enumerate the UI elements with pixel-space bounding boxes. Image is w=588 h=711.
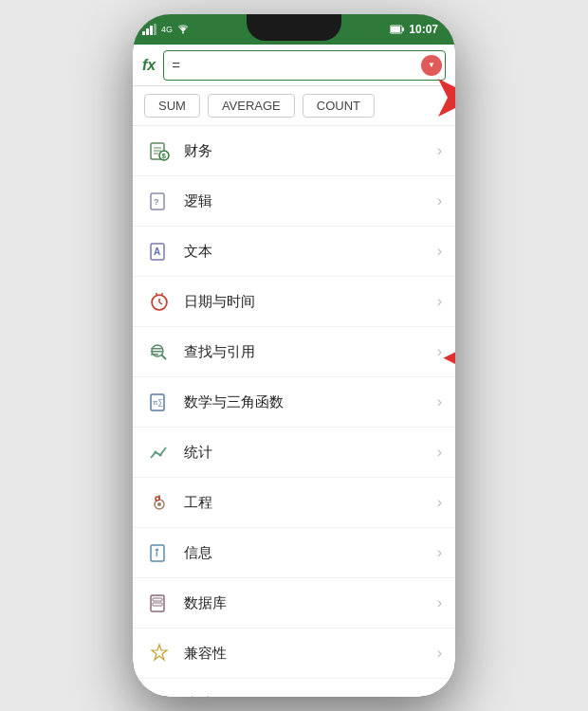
func-average-button[interactable]: AVERAGE: [208, 94, 295, 118]
svg-rect-0: [142, 31, 145, 35]
engineering-label: 工程: [184, 494, 426, 512]
category-item-stats[interactable]: 统计 ›: [133, 428, 455, 478]
engineering-icon: [146, 489, 173, 516]
battery-icon: [390, 24, 405, 35]
svg-point-32: [159, 454, 162, 457]
datetime-chevron: ›: [437, 293, 442, 310]
finance-icon: $: [146, 137, 173, 164]
stats2-label: 统计: [184, 695, 426, 698]
svg-rect-1: [146, 28, 149, 35]
database-icon: [146, 590, 173, 616]
text-icon: A: [146, 238, 173, 264]
svg-marker-43: [152, 645, 167, 660]
database-chevron: ›: [437, 594, 442, 611]
compat-icon: [146, 640, 173, 666]
svg-point-4: [182, 32, 184, 34]
datetime-icon: [146, 288, 173, 315]
category-item-math[interactable]: π∑ 数学与三角函数 ›: [133, 377, 455, 428]
stats-icon: [146, 439, 173, 465]
logic-chevron: ›: [437, 192, 442, 210]
quick-functions-bar: SUM AVERAGE COUNT: [133, 86, 455, 126]
math-chevron: ›: [437, 393, 442, 410]
svg-point-39: [156, 549, 158, 552]
svg-text:π∑: π∑: [153, 398, 164, 407]
stats-label: 统计: [184, 444, 426, 462]
text-label: 文本: [184, 243, 426, 261]
category-item-logic[interactable]: ? 逻辑 ›: [133, 176, 455, 227]
text-chevron: ›: [437, 243, 442, 260]
time-display: 10:07: [409, 23, 438, 36]
finance-label: 财务: [184, 142, 426, 160]
lookup-label: 查找与引用: [184, 343, 426, 361]
category-list: $ 财务 › ? 逻辑 ›: [133, 126, 455, 697]
category-item-info[interactable]: i 信息 ›: [133, 528, 455, 578]
wifi-icon: [176, 25, 190, 34]
svg-text:A: A: [154, 246, 160, 257]
category-item-text[interactable]: A 文本 ›: [133, 227, 455, 277]
svg-rect-2: [150, 26, 153, 35]
category-item-compat[interactable]: 兼容性 ›: [133, 629, 455, 679]
network-label: 4G: [161, 25, 173, 34]
phone-frame: 4G 10:07 fx: [133, 14, 455, 697]
math-icon: π∑: [146, 389, 173, 415]
category-item-engineering[interactable]: 工程 ›: [133, 478, 455, 528]
category-item-lookup[interactable]: 查找与引用 ›: [133, 327, 455, 377]
fx-label: fx: [142, 57, 156, 74]
category-item-stats2[interactable]: 统计 ›: [133, 679, 455, 697]
phone-notch: [247, 14, 341, 41]
finance-chevron: ›: [437, 142, 442, 159]
database-label: 数据库: [184, 594, 426, 612]
formula-input[interactable]: [163, 50, 446, 81]
category-item-finance[interactable]: $ 财务 ›: [133, 126, 455, 176]
func-count-button[interactable]: COUNT: [303, 94, 375, 118]
stats2-icon: [146, 690, 173, 697]
svg-point-36: [156, 497, 159, 501]
svg-text:?: ?: [154, 197, 159, 207]
status-right: 10:07: [390, 23, 438, 36]
info-icon: i: [146, 539, 173, 566]
svg-point-31: [155, 451, 157, 454]
svg-rect-26: [151, 348, 162, 350]
category-item-datetime[interactable]: 日期与时间 ›: [133, 277, 455, 327]
stats2-chevron: ›: [437, 695, 442, 697]
svg-rect-7: [402, 27, 404, 31]
math-label: 数学与三角函数: [184, 393, 426, 411]
formula-dropdown-button[interactable]: [421, 55, 442, 76]
svg-point-34: [157, 502, 161, 506]
category-item-database[interactable]: 数据库 ›: [133, 578, 455, 629]
stats-chevron: ›: [437, 444, 442, 461]
datetime-label: 日期与时间: [184, 293, 426, 311]
compat-chevron: ›: [437, 645, 442, 662]
info-chevron: ›: [437, 544, 442, 561]
formula-input-wrapper: [163, 50, 446, 81]
logic-label: 逻辑: [184, 192, 426, 210]
engineering-chevron: ›: [437, 494, 442, 511]
svg-rect-27: [151, 351, 162, 353]
info-label: 信息: [184, 544, 426, 562]
signal-icon: [142, 24, 157, 35]
svg-rect-6: [391, 27, 400, 32]
status-left: 4G: [142, 24, 190, 35]
logic-icon: ?: [146, 188, 173, 214]
lookup-chevron: ›: [437, 343, 442, 360]
lookup-icon: [146, 338, 173, 365]
compat-label: 兼容性: [184, 645, 426, 663]
svg-line-25: [162, 356, 167, 360]
func-sum-button[interactable]: SUM: [144, 94, 200, 118]
svg-rect-28: [151, 354, 158, 356]
formula-bar: fx ▶: [133, 45, 455, 86]
phone-screen: 4G 10:07 fx: [133, 14, 455, 697]
svg-rect-3: [154, 24, 156, 35]
svg-text:$: $: [162, 152, 167, 160]
